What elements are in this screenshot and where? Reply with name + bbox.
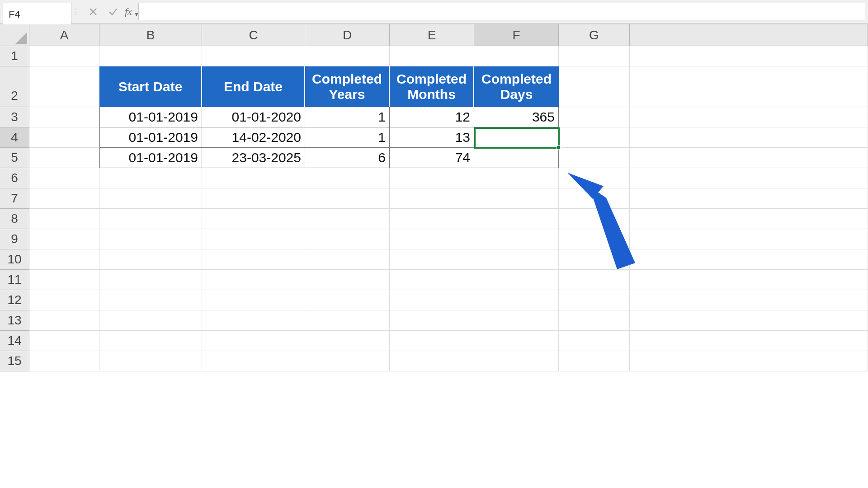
cell-rest10[interactable]	[630, 249, 868, 270]
cell-E4[interactable]: 13	[390, 127, 474, 148]
row-header-10[interactable]: 10	[0, 249, 29, 270]
cell-B15[interactable]	[99, 351, 202, 371]
cell-G4[interactable]	[559, 127, 630, 148]
cell-A13[interactable]	[29, 310, 99, 331]
cell-B12[interactable]	[99, 290, 202, 310]
cell-rest12[interactable]	[630, 290, 868, 310]
cell-F14[interactable]	[474, 331, 559, 351]
cell-G2[interactable]	[559, 66, 630, 107]
cell-E15[interactable]	[390, 351, 474, 371]
cell-A8[interactable]	[29, 209, 99, 229]
cell-rest9[interactable]	[630, 229, 868, 249]
cell-D1[interactable]	[305, 46, 390, 66]
cell-F12[interactable]	[474, 290, 559, 310]
column-header-F[interactable]: F	[474, 24, 559, 46]
cell-G6[interactable]	[559, 168, 630, 188]
cell-A9[interactable]	[29, 229, 99, 249]
row-header-1[interactable]: 1	[0, 46, 29, 66]
cell-C15[interactable]	[202, 351, 305, 371]
formula-input-wrap[interactable]	[138, 3, 865, 20]
header-completed-years[interactable]: Completed Years	[305, 66, 390, 107]
cell-G5[interactable]	[559, 148, 630, 168]
cell-C4[interactable]: 14-02-2020	[202, 127, 305, 148]
header-start-date[interactable]: Start Date	[99, 66, 202, 107]
cell-D14[interactable]	[305, 331, 390, 351]
cell-F6[interactable]	[474, 168, 559, 188]
cell-A14[interactable]	[29, 331, 99, 351]
row-header-15[interactable]: 15	[0, 351, 29, 371]
row-header-7[interactable]: 7	[0, 188, 29, 209]
cell-D3[interactable]: 1	[305, 107, 390, 127]
cell-rest7[interactable]	[630, 188, 868, 209]
cell-E12[interactable]	[390, 290, 474, 310]
row-header-4[interactable]: 4	[0, 127, 29, 148]
cell-B4[interactable]: 01-01-2019	[99, 127, 202, 148]
cell-B14[interactable]	[99, 331, 202, 351]
cell-D15[interactable]	[305, 351, 390, 371]
column-header-E[interactable]: E	[390, 24, 474, 46]
cell-G12[interactable]	[559, 290, 630, 310]
formula-input[interactable]	[143, 5, 865, 18]
cell-rest6[interactable]	[630, 168, 868, 188]
cell-C6[interactable]	[202, 168, 305, 188]
cell-F13[interactable]	[474, 310, 559, 331]
name-box[interactable]: ▼	[3, 3, 71, 26]
cell-E13[interactable]	[390, 310, 474, 331]
cell-E9[interactable]	[390, 229, 474, 249]
cell-G1[interactable]	[559, 46, 630, 66]
cell-D5[interactable]: 6	[305, 148, 390, 168]
cell-F4[interactable]	[474, 127, 559, 148]
row-header-8[interactable]: 8	[0, 209, 29, 229]
cell-A6[interactable]	[29, 168, 99, 188]
cell-A12[interactable]	[29, 290, 99, 310]
cell-rest15[interactable]	[630, 351, 868, 371]
cell-C12[interactable]	[202, 290, 305, 310]
cell-F5[interactable]	[474, 148, 559, 168]
cell-E3[interactable]: 12	[390, 107, 474, 127]
cell-B3[interactable]: 01-01-2019	[99, 107, 202, 127]
cell-D13[interactable]	[305, 310, 390, 331]
cell-A7[interactable]	[29, 188, 99, 209]
row-header-9[interactable]: 9	[0, 229, 29, 249]
cell-E11[interactable]	[390, 270, 474, 290]
cell-E5[interactable]: 74	[390, 148, 474, 168]
cell-D8[interactable]	[305, 209, 390, 229]
header-end-date[interactable]: End Date	[202, 66, 305, 107]
row-header-6[interactable]: 6	[0, 168, 29, 188]
cell-rest11[interactable]	[630, 270, 868, 290]
cell-A11[interactable]	[29, 270, 99, 290]
cell-F8[interactable]	[474, 209, 559, 229]
cell-G13[interactable]	[559, 310, 630, 331]
cell-B6[interactable]	[99, 168, 202, 188]
select-all-triangle[interactable]	[0, 24, 29, 46]
row-header-12[interactable]: 12	[0, 290, 29, 310]
column-header-D[interactable]: D	[305, 24, 390, 46]
cell-B7[interactable]	[99, 188, 202, 209]
cell-D6[interactable]	[305, 168, 390, 188]
cell-rest1[interactable]	[630, 46, 868, 66]
cell-C13[interactable]	[202, 310, 305, 331]
cell-rest8[interactable]	[630, 209, 868, 229]
cell-E8[interactable]	[390, 209, 474, 229]
cell-D10[interactable]	[305, 249, 390, 270]
cell-B11[interactable]	[99, 270, 202, 290]
cell-G11[interactable]	[559, 270, 630, 290]
cell-rest4[interactable]	[630, 127, 868, 148]
cell-C14[interactable]	[202, 331, 305, 351]
cell-F9[interactable]	[474, 229, 559, 249]
cell-G15[interactable]	[559, 351, 630, 371]
cell-B10[interactable]	[99, 249, 202, 270]
cell-G14[interactable]	[559, 331, 630, 351]
cell-D11[interactable]	[305, 270, 390, 290]
cell-B8[interactable]	[99, 209, 202, 229]
column-header-C[interactable]: C	[202, 24, 305, 46]
cell-C7[interactable]	[202, 188, 305, 209]
cell-rest2[interactable]	[630, 66, 868, 107]
enter-button[interactable]	[103, 3, 123, 20]
cell-C8[interactable]	[202, 209, 305, 229]
cell-F11[interactable]	[474, 270, 559, 290]
cell-E6[interactable]	[390, 168, 474, 188]
row-header-14[interactable]: 14	[0, 331, 29, 351]
cell-E1[interactable]	[390, 46, 474, 66]
cell-B5[interactable]: 01-01-2019	[99, 148, 202, 168]
